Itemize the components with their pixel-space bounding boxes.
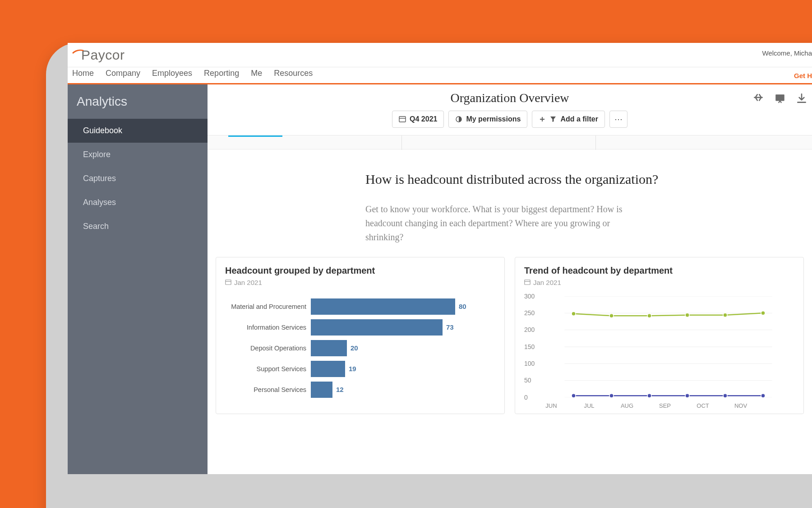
sidebar-title: Analytics: [68, 84, 208, 119]
calendar-icon: [225, 279, 231, 285]
sidebar-item-label: Analyses: [83, 198, 116, 207]
permissions-filter-button[interactable]: My permissions: [448, 111, 527, 128]
present-icon[interactable]: [774, 93, 786, 104]
section-heading: How is headcount distributed across the …: [365, 170, 681, 189]
period-filter-label: Q4 2021: [410, 115, 437, 123]
line-card-subtitle-text: Jan 2021: [533, 279, 561, 286]
svg-point-14: [647, 313, 651, 317]
svg-rect-3: [226, 280, 231, 285]
y-tick-label: 150: [524, 343, 535, 350]
app-screen: Paycor Welcome, Micha Home Company Emplo…: [68, 43, 812, 474]
bar-row: Material and Procurement80: [225, 296, 495, 317]
svg-point-16: [723, 313, 727, 317]
top-bar: Paycor Welcome, Micha: [68, 43, 812, 67]
insight-section: How is headcount distributed across the …: [208, 149, 681, 257]
line-plot: [542, 296, 794, 397]
line-card-subtitle: Jan 2021: [524, 279, 794, 286]
sidebar-item-guidebook[interactable]: Guidebook: [68, 119, 208, 143]
x-tick-label: JUN: [545, 402, 557, 409]
svg-point-22: [723, 393, 727, 397]
svg-point-12: [572, 312, 576, 316]
sidebar: Analytics Guidebook Explore Captures Ana…: [68, 84, 208, 474]
bar-card-title: Headcount grouped by department: [225, 266, 495, 276]
brand-text: Paycor: [81, 47, 125, 62]
bar-track: 73: [311, 319, 495, 336]
bar-row: Support Services19: [225, 359, 495, 379]
bar: [311, 361, 345, 377]
calendar-icon: [399, 116, 406, 123]
bar-card-subtitle: Jan 2021: [225, 279, 495, 286]
bar: [311, 382, 332, 398]
y-tick-label: 300: [524, 293, 535, 300]
sidebar-item-label: Captures: [83, 174, 116, 183]
bar-category-label: Support Services: [225, 365, 311, 373]
page-action-icons: [752, 93, 807, 104]
bar-value-label: 12: [336, 386, 344, 393]
sidebar-item-search[interactable]: Search: [68, 214, 208, 238]
bar-category-label: Information Services: [225, 324, 311, 331]
svg-point-21: [685, 393, 689, 397]
sidebar-item-label: Guidebook: [83, 126, 122, 135]
nav-reporting[interactable]: Reporting: [204, 69, 239, 78]
progress-strip[interactable]: [208, 135, 812, 149]
line-chart-card: Trend of headcount by department Jan 202…: [515, 257, 804, 414]
sidebar-item-analyses[interactable]: Analyses: [68, 191, 208, 214]
bar-category-label: Personal Services: [225, 386, 311, 393]
svg-point-13: [609, 313, 614, 317]
svg-rect-0: [775, 94, 784, 101]
calendar-icon: [524, 279, 531, 285]
add-filter-button[interactable]: Add a filter: [532, 111, 605, 128]
more-menu-button[interactable]: ⋯: [609, 111, 627, 128]
y-tick-label: 100: [524, 360, 535, 367]
bar-category-label: Material and Procurement: [225, 303, 311, 310]
progress-divider: [401, 135, 402, 150]
line-chart: 050100150200250300JUNJULAUGSEPOCTNOV: [524, 296, 794, 409]
nav-company[interactable]: Company: [106, 69, 140, 78]
plus-icon: [539, 116, 546, 123]
nav-resources[interactable]: Resources: [274, 69, 313, 78]
marketing-backdrop: Paycor Welcome, Micha Home Company Emplo…: [0, 0, 812, 508]
progress-segment-active: [228, 135, 282, 137]
x-tick-label: AUG: [621, 402, 633, 409]
section-body: Get to know your workforce. What is your…: [365, 202, 636, 244]
y-tick-label: 0: [524, 394, 528, 401]
sidebar-item-label: Search: [83, 222, 109, 231]
cards-row: Headcount grouped by department Jan 2021…: [208, 257, 812, 414]
svg-point-20: [647, 393, 651, 397]
bar-track: 80: [311, 298, 495, 315]
bar-value-label: 80: [459, 303, 466, 310]
y-tick-label: 50: [524, 377, 531, 384]
x-tick-label: SEP: [659, 402, 671, 409]
bar-row: Personal Services12: [225, 379, 495, 400]
nav-home[interactable]: Home: [72, 69, 94, 78]
line-card-title: Trend of headcount by department: [524, 266, 794, 276]
sidebar-item-explore[interactable]: Explore: [68, 143, 208, 167]
y-tick-label: 250: [524, 309, 535, 317]
svg-rect-4: [525, 280, 530, 285]
bar-row: Deposit Operations20: [225, 338, 495, 359]
download-icon[interactable]: [796, 93, 807, 104]
permissions-filter-label: My permissions: [466, 115, 521, 123]
filter-toolbar: Q4 2021 My permissions Add a filter ⋯: [208, 111, 812, 128]
bar: [311, 319, 443, 336]
nav-me[interactable]: Me: [251, 69, 262, 78]
bar-track: 12: [311, 382, 495, 398]
x-tick-label: OCT: [697, 402, 709, 409]
bar: [311, 340, 347, 356]
bar-value-label: 19: [349, 365, 356, 373]
get-help-link[interactable]: Get H: [794, 72, 812, 79]
progress-divider: [595, 135, 596, 150]
period-filter-button[interactable]: Q4 2021: [392, 111, 444, 128]
bar-card-subtitle-text: Jan 2021: [234, 279, 262, 286]
sidebar-item-captures[interactable]: Captures: [68, 167, 208, 191]
page-header: Organization Overview Q4 2021 My permiss…: [208, 84, 812, 128]
half-circle-icon: [455, 116, 462, 123]
page-title: Organization Overview: [208, 91, 812, 105]
svg-point-18: [572, 393, 576, 397]
funnel-icon: [549, 116, 557, 123]
collapse-icon[interactable]: [752, 93, 764, 104]
x-tick-label: NOV: [734, 402, 747, 409]
nav-employees[interactable]: Employees: [152, 69, 192, 78]
bar-track: 19: [311, 361, 495, 377]
y-tick-label: 200: [524, 326, 535, 333]
